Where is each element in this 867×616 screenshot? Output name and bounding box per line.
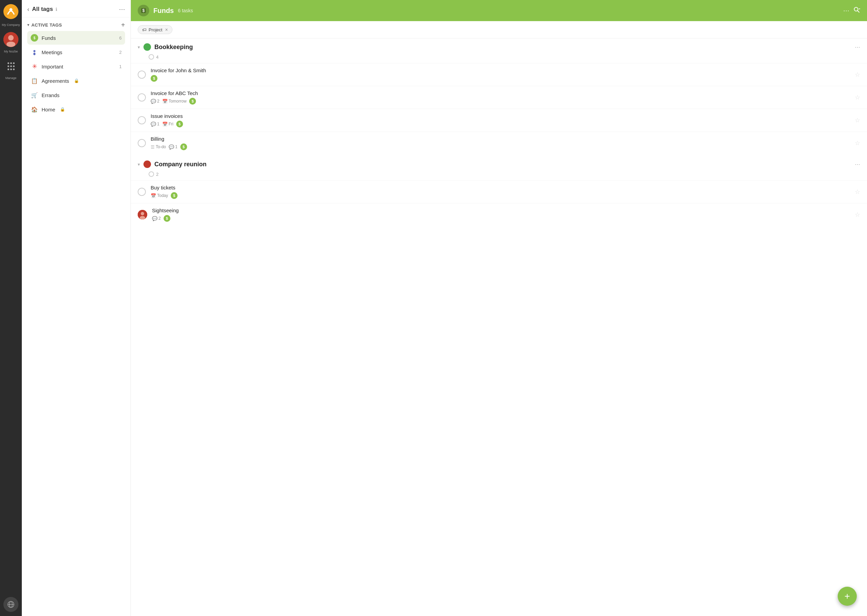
svg-point-4	[6, 42, 15, 47]
task-title: Issue invoices	[151, 113, 850, 119]
tag-item-errands[interactable]: 🛒 Errands	[27, 88, 125, 102]
home-icon: 🏠	[31, 105, 38, 113]
task-row: Issue invoices 💬1📅Fri$ ☆	[131, 109, 867, 132]
header-tasks-count: 6 tasks	[178, 8, 193, 13]
task-row: Buy tickets 📅Today$ ☆	[131, 180, 867, 203]
back-button[interactable]: ‹	[27, 6, 29, 13]
comment-count: 💬2	[152, 216, 161, 221]
add-tag-button[interactable]: +	[121, 22, 125, 28]
manage-button[interactable]	[3, 58, 19, 74]
main-header-left: $ Funds 6 tasks	[138, 5, 193, 16]
fab-add-button[interactable]: +	[838, 587, 857, 606]
task-title: Sightseeing	[152, 207, 850, 213]
task-star-button[interactable]: ☆	[855, 139, 860, 147]
task-meta: $	[151, 75, 850, 82]
errands-icon: 🛒	[31, 91, 38, 99]
tag-funds-badge: $	[180, 143, 187, 150]
user-avatar[interactable]	[3, 32, 19, 47]
task-avatar	[138, 210, 147, 219]
globe-button[interactable]	[3, 597, 19, 612]
section-header: ▾ Active tags +	[27, 22, 125, 28]
header-more-button[interactable]: ⋯	[843, 6, 849, 15]
chip-close-icon[interactable]: ×	[165, 27, 168, 32]
task-checkbox[interactable]	[138, 188, 146, 196]
task-star-button[interactable]: ☆	[855, 71, 860, 79]
task-title: Invoice for ABC Tech	[151, 90, 850, 96]
project-color-dot	[143, 43, 151, 51]
project-header: ▾ Company reunion ⋯	[131, 156, 867, 171]
app-logo[interactable]	[3, 4, 19, 19]
agreements-icon: 📋	[31, 77, 38, 85]
lock-icon: 🔒	[74, 79, 79, 83]
task-title: Billing	[151, 136, 850, 142]
section-header-left: ▾ Active tags	[27, 22, 62, 28]
project-task-count: 4	[131, 53, 867, 63]
tag-funds-badge: $	[189, 98, 196, 105]
tag-funds-badge: $	[164, 215, 170, 222]
task-meta: 💬2📅Tomorrow$	[151, 98, 850, 105]
tag-item-funds[interactable]: $ Funds 6	[27, 31, 125, 45]
project-task-count: 2	[131, 171, 867, 180]
project-more-button[interactable]: ⋯	[855, 44, 860, 50]
task-title: Buy tickets	[151, 185, 850, 190]
tag-item-important[interactable]: ✳ Important 1	[27, 60, 125, 73]
tags-list: $ Funds 6 Meetings 2 ✳ Important 1 📋 Agr…	[27, 31, 125, 116]
project-chevron-icon[interactable]: ▾	[138, 162, 140, 167]
section-chevron-icon[interactable]: ▾	[27, 22, 29, 27]
tag-item-home[interactable]: 🏠 Home🔒	[27, 102, 125, 116]
main-header: $ Funds 6 tasks ⋯	[131, 0, 867, 21]
main-content: $ Funds 6 tasks ⋯ 🏷 Project × ▾	[131, 0, 867, 616]
project-chevron-icon[interactable]: ▾	[138, 45, 140, 50]
project-filter-chip[interactable]: 🏷 Project ×	[138, 25, 172, 34]
tag-item-left: 📋 Agreements🔒	[31, 77, 79, 85]
chip-label: Project	[149, 27, 162, 32]
active-tags-section: ▾ Active tags + $ Funds 6 Meetings 2 ✳ I…	[22, 17, 131, 121]
tag-name: Errands	[42, 92, 60, 98]
svg-point-18	[141, 212, 144, 215]
comment-count: 💬2	[151, 99, 159, 104]
task-meta: ☰To-do💬1$	[151, 143, 850, 150]
tag-funds-badge: $	[176, 121, 183, 127]
comment-count: 💬1	[169, 145, 178, 149]
header-search-button[interactable]	[853, 6, 860, 15]
task-content: Sightseeing 💬2$	[152, 207, 850, 222]
task-content: Issue invoices 💬1📅Fri$	[151, 113, 850, 127]
tag-count: 2	[119, 50, 122, 55]
task-meta: 📅Today$	[151, 192, 850, 199]
sidebar-more-button[interactable]: ⋯	[119, 5, 125, 13]
task-checkbox[interactable]	[138, 93, 146, 102]
svg-text:$: $	[33, 36, 35, 40]
lock-icon: 🔒	[60, 107, 65, 112]
project-header: ▾ Bookkeeping ⋯	[131, 39, 867, 53]
task-star-button[interactable]: ☆	[855, 188, 860, 196]
task-checkbox[interactable]	[138, 116, 146, 124]
svg-rect-11	[33, 53, 35, 55]
due-date: 📅Tomorrow	[162, 99, 187, 104]
svg-point-10	[33, 50, 35, 52]
due-date: 📅Fri	[162, 122, 173, 127]
section-title: Active tags	[31, 22, 62, 28]
project-group-1: ▾ Company reunion ⋯ 2 Buy tickets 📅Today…	[131, 156, 867, 226]
svg-point-19	[140, 216, 145, 219]
header-icon: $	[138, 5, 149, 16]
tag-item-left: ✳ Important	[31, 63, 63, 70]
tag-count: 1	[119, 64, 122, 69]
task-row: Billing ☰To-do💬1$ ☆	[131, 132, 867, 154]
meetings-icon	[31, 49, 38, 56]
tag-item-left: $ Funds	[31, 34, 56, 42]
task-star-button[interactable]: ☆	[855, 211, 860, 218]
task-title: Invoice for John & Smith	[151, 68, 850, 73]
project-more-button[interactable]: ⋯	[855, 161, 860, 168]
comment-count: 💬1	[151, 122, 159, 127]
task-star-button[interactable]: ☆	[855, 94, 860, 101]
tag-item-meetings[interactable]: Meetings 2	[27, 45, 125, 59]
task-row: Invoice for ABC Tech 💬2📅Tomorrow$ ☆	[131, 86, 867, 109]
task-star-button[interactable]: ☆	[855, 116, 860, 124]
task-checkbox[interactable]	[138, 139, 146, 147]
task-meta: 💬2$	[152, 215, 850, 222]
task-checkbox[interactable]	[138, 71, 146, 79]
tag-item-agreements[interactable]: 📋 Agreements🔒	[27, 74, 125, 88]
sidebar-title: All tags	[32, 6, 53, 13]
task-meta: 💬1📅Fri$	[151, 121, 850, 127]
tag-count: 6	[119, 35, 122, 41]
